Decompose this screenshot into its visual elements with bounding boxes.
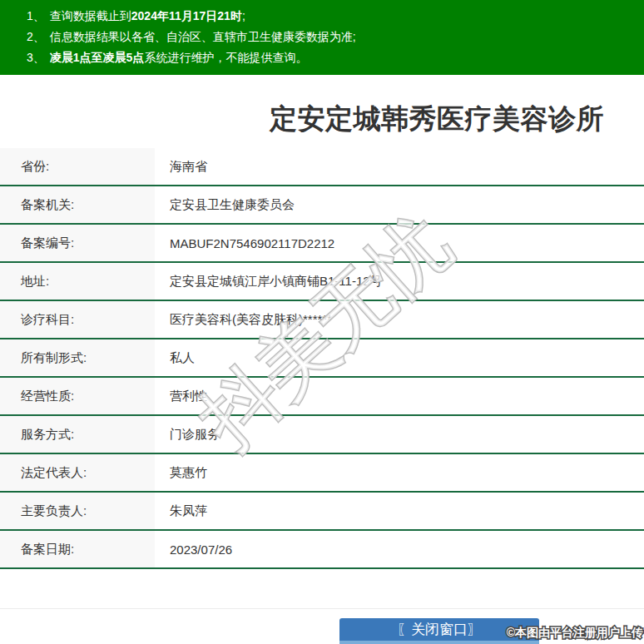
row-label: 备案编号: [0,225,155,261]
table-row: 服务方式: 门诊服务 [0,416,644,454]
row-value: 私人 [155,339,644,376]
medical-record-query-page: 1、查询数据截止到2024年11月17日21时; 2、信息数据结果以各省、自治区… [0,0,644,644]
table-row: 备案机关: 定安县卫生健康委员会 [0,186,644,225]
notice-line-3: 3、凌晨1点至凌晨5点系统进行维护，不能提供查询。 [27,47,644,68]
table-row: 经营性质: 营利性 [0,378,644,416]
row-value: 定安县定城镇江岸小镇商铺B1-11-12号 [155,263,644,300]
footer-divider [0,608,644,609]
table-row: 地址: 定安县定城镇江岸小镇商铺B1-11-12号 [0,263,644,301]
table-row: 诊疗科目: 医疗美容科(美容皮肤科)****** [0,301,644,339]
row-value: 营利性 [155,378,644,414]
row-value: 定安县卫生健康委员会 [155,186,644,223]
row-label: 主要负责人: [0,493,155,529]
notice-text: ; [242,9,245,22]
row-label: 所有制形式: [0,339,155,376]
row-label: 诊疗科目: [0,301,155,338]
copyright-watermark-label: ©本图由平台注册用户上传 [507,626,643,641]
table-row: 备案编号: MABUF2N7546902117D2212 [0,225,644,263]
table-row: 备案日期: 2023/07/26 [0,531,644,569]
table-row: 主要负责人: 朱凤萍 [0,493,644,531]
row-value: 医疗美容科(美容皮肤科)****** [155,301,644,338]
table-row: 所有制形式: 私人 [0,339,644,378]
row-value: 莫惠竹 [155,454,644,491]
notice-text: 查询数据截止到 [50,9,131,22]
notice-bar: 1、查询数据截止到2024年11月17日21时; 2、信息数据结果以各省、自治区… [0,0,644,75]
row-label: 备案日期: [0,531,155,567]
row-label: 服务方式: [0,416,155,453]
row-value: MABUF2N7546902117D2212 [155,225,644,261]
row-label: 经营性质: [0,378,155,414]
notice-text-bold: 凌晨1点至凌晨5点 [50,51,145,64]
row-value: 2023/07/26 [155,531,644,567]
notice-text-bold: 2024年11月17日21时 [131,9,242,22]
notice-number: 3、 [27,51,45,64]
row-label: 法定代表人: [0,454,155,491]
notice-text: 系统进行维护，不能提供查询。 [144,51,307,64]
row-value: 朱凤萍 [155,493,644,529]
row-label: 地址: [0,263,155,300]
row-label: 省份: [0,148,155,185]
row-value: 海南省 [155,148,644,185]
row-value: 门诊服务 [155,416,644,453]
notice-number: 1、 [27,9,45,22]
notice-number: 2、 [27,30,45,43]
notice-line-1: 1、查询数据截止到2024年11月17日21时; [27,6,644,27]
page-title: 定安定城韩秀医疗美容诊所 [229,101,644,138]
notice-line-2: 2、信息数据结果以各省、自治区、直辖市卫生健康委数据为准; [27,27,644,47]
table-row: 法定代表人: 莫惠竹 [0,454,644,493]
row-label: 备案机关: [0,186,155,223]
table-row: 省份: 海南省 [0,148,644,186]
notice-text: 信息数据结果以各省、自治区、直辖市卫生健康委数据为准; [50,30,356,43]
record-table: 省份: 海南省 备案机关: 定安县卫生健康委员会 备案编号: MABUF2N75… [0,148,644,569]
